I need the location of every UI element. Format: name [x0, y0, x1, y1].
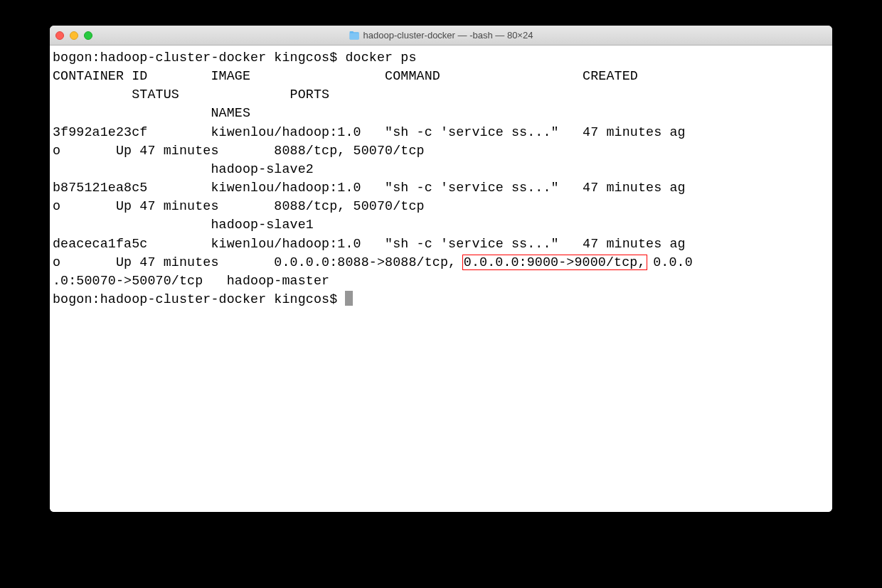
terminal-line: CONTAINER ID IMAGE COMMAND CREATED: [53, 69, 669, 83]
terminal-line: b875121ea8c5 kiwenlou/hadoop:1.0 "sh -c …: [53, 181, 686, 195]
terminal-line: STATUS PORTS: [53, 87, 678, 102]
terminal-line: 3f992a1e23cf kiwenlou/hadoop:1.0 "sh -c …: [53, 125, 686, 139]
terminal-line: o Up 47 minutes 0.0.0.0:8088->8088/tcp,: [53, 255, 464, 269]
cursor: [345, 291, 353, 306]
terminal-line: bogon:hadoop-cluster-docker kingcos$: [53, 292, 345, 306]
terminal-line: 0.0.0: [645, 255, 693, 269]
terminal-line: o Up 47 minutes 8088/tcp, 50070/tcp: [53, 199, 662, 213]
minimize-button[interactable]: [70, 31, 78, 40]
maximize-button[interactable]: [84, 31, 92, 40]
terminal-line: hadoop-slave1: [53, 218, 314, 232]
titlebar[interactable]: hadoop-cluster-docker — -bash — 80×24: [50, 26, 832, 46]
terminal-content[interactable]: bogon:hadoop-cluster-docker kingcos$ doc…: [50, 46, 832, 512]
window-title: hadoop-cluster-docker — -bash — 80×24: [363, 30, 533, 41]
terminal-line: .0:50070->50070/tcp hadoop-master: [53, 274, 329, 288]
terminal-line: NAMES: [53, 106, 250, 120]
terminal-line: o Up 47 minutes 8088/tcp, 50070/tcp: [53, 144, 662, 158]
folder-icon: [349, 31, 360, 40]
close-button[interactable]: [55, 31, 64, 40]
terminal-line: bogon:hadoop-cluster-docker kingcos$ doc…: [53, 50, 417, 65]
terminal-window: hadoop-cluster-docker — -bash — 80×24 bo…: [50, 26, 832, 512]
traffic-lights: [55, 31, 92, 40]
terminal-line: hadoop-slave2: [53, 162, 314, 176]
highlighted-port: 0.0.0.0:9000->9000/tcp,: [462, 255, 647, 270]
terminal-line: deaceca1fa5c kiwenlou/hadoop:1.0 "sh -c …: [53, 237, 686, 251]
window-title-container: hadoop-cluster-docker — -bash — 80×24: [349, 30, 533, 41]
